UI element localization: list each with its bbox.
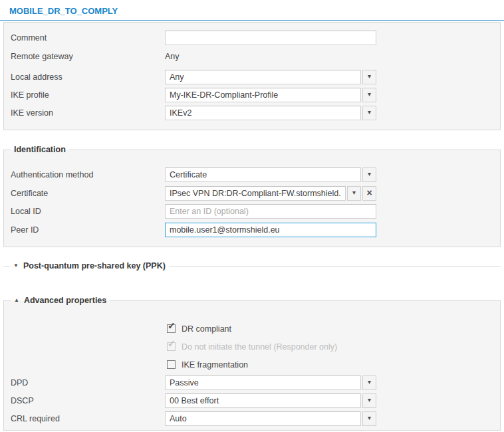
ipsec-peer-config-panel: MOBILE_DR_TO_COMPLY Comment Remote gatew… xyxy=(0,0,504,432)
do-not-initiate-label: Do not initiate the tunnel (Responder on… xyxy=(182,342,337,352)
ppk-legend-text: ▼ Post-quantum pre-shared key (PPK) xyxy=(10,261,169,270)
crl-required-label: CRL required xyxy=(11,411,60,426)
peer-id-input[interactable] xyxy=(165,223,376,237)
page-title: MOBILE_DR_TO_COMPLY xyxy=(9,6,118,16)
local-id-label: Local ID xyxy=(11,204,41,219)
dr-compliant-label: DR compliant xyxy=(182,324,231,334)
remote-gateway-label: Remote gateway xyxy=(11,49,73,64)
ike-profile-combo[interactable]: ▾ xyxy=(165,88,376,102)
local-address-input[interactable] xyxy=(165,70,361,84)
comment-label: Comment xyxy=(11,31,47,45)
check-icon: ✓ xyxy=(168,321,176,330)
ike-version-combo[interactable]: ▾ xyxy=(165,106,376,120)
identification-legend: Identification xyxy=(4,144,500,155)
chevron-up-icon[interactable]: ▲ xyxy=(14,298,19,303)
do-not-initiate-row: ✓ Do not initiate the tunnel (Responder … xyxy=(4,342,500,352)
advanced-legend: ▲ Advanced properties xyxy=(4,295,500,306)
dpd-row: DPD ▾ xyxy=(4,376,500,390)
remote-gateway-row: Remote gateway Any xyxy=(4,49,500,64)
authentication-method-combo[interactable]: ▾ xyxy=(165,167,376,182)
authentication-method-row: Authentication method ▾ xyxy=(4,167,500,182)
chevron-down-icon[interactable]: ▾ xyxy=(362,88,376,102)
crl-required-combo[interactable]: ▾ xyxy=(165,411,376,426)
local-address-combo[interactable]: ▾ xyxy=(165,70,376,84)
chevron-down-icon[interactable]: ▾ xyxy=(362,106,376,120)
crl-required-input[interactable] xyxy=(165,411,361,426)
local-id-input[interactable] xyxy=(165,204,376,219)
check-icon: ✓ xyxy=(168,339,176,348)
dscp-label: DSCP xyxy=(11,393,34,408)
chevron-down-icon[interactable]: ▾ xyxy=(362,167,376,182)
identification-section: Identification Authentication method ▾ C… xyxy=(3,150,501,247)
chevron-down-icon[interactable]: ▾ xyxy=(362,70,376,84)
peer-id-row: Peer ID xyxy=(4,223,500,237)
comment-input[interactable] xyxy=(165,31,376,45)
legend-left-rule xyxy=(3,266,10,267)
title-underline xyxy=(0,20,504,21)
do-not-initiate-checkbox: ✓ xyxy=(167,342,176,351)
authentication-method-label: Authentication method xyxy=(11,167,93,182)
dr-compliant-row: ✓ DR compliant xyxy=(4,324,500,334)
local-id-row: Local ID xyxy=(4,204,500,219)
general-section: Comment Remote gateway Any Local address… xyxy=(3,22,501,130)
dpd-label: DPD xyxy=(11,376,28,390)
chevron-down-icon[interactable]: ▾ xyxy=(362,411,376,426)
chevron-down-icon[interactable]: ▾ xyxy=(347,186,361,201)
ike-fragmentation-label: IKE fragmentation xyxy=(182,360,248,370)
dr-compliant-checkbox[interactable]: ✓ xyxy=(167,324,176,333)
ike-fragmentation-row: IKE fragmentation xyxy=(4,360,500,370)
certificate-combo[interactable]: ▾ × xyxy=(165,186,376,201)
ike-fragmentation-checkbox[interactable] xyxy=(167,360,176,369)
ike-profile-row: IKE profile ▾ xyxy=(4,88,500,102)
certificate-input[interactable] xyxy=(165,186,346,201)
certificate-label: Certificate xyxy=(11,186,48,201)
advanced-legend-label: Advanced properties xyxy=(24,296,106,305)
ike-profile-input[interactable] xyxy=(165,88,361,102)
local-address-row: Local address ▾ xyxy=(4,70,500,84)
remote-gateway-value: Any xyxy=(165,49,180,64)
dscp-input[interactable] xyxy=(165,393,361,408)
comment-row: Comment xyxy=(4,31,500,45)
dpd-input[interactable] xyxy=(165,376,361,390)
dpd-combo[interactable]: ▾ xyxy=(165,376,376,390)
local-address-label: Local address xyxy=(11,70,63,84)
dscp-combo[interactable]: ▾ xyxy=(165,393,376,408)
chevron-down-icon[interactable]: ▾ xyxy=(362,376,376,390)
chevron-down-icon[interactable]: ▼ xyxy=(13,263,19,269)
certificate-row: Certificate ▾ × xyxy=(4,186,500,201)
ike-version-row: IKE version ▾ xyxy=(4,106,500,120)
crl-required-row: CRL required ▾ xyxy=(4,411,500,426)
ppk-legend-label: Post-quantum pre-shared key (PPK) xyxy=(23,261,166,270)
dscp-row: DSCP ▾ xyxy=(4,393,500,408)
ike-version-label: IKE version xyxy=(11,106,53,120)
peer-id-label: Peer ID xyxy=(11,223,39,237)
legend-right-rule xyxy=(169,266,501,267)
chevron-down-icon[interactable]: ▾ xyxy=(362,393,376,408)
ike-version-input[interactable] xyxy=(165,106,361,120)
ike-profile-label: IKE profile xyxy=(11,88,49,102)
advanced-section: ▲ Advanced properties ✓ DR compliant ✓ D… xyxy=(3,300,501,431)
identification-legend-text: Identification xyxy=(11,145,69,154)
authentication-method-input[interactable] xyxy=(165,167,361,182)
ppk-section-toggle[interactable]: ▼ Post-quantum pre-shared key (PPK) xyxy=(3,261,501,271)
clear-icon[interactable]: × xyxy=(362,186,376,201)
advanced-legend-text: ▲ Advanced properties xyxy=(11,296,110,305)
